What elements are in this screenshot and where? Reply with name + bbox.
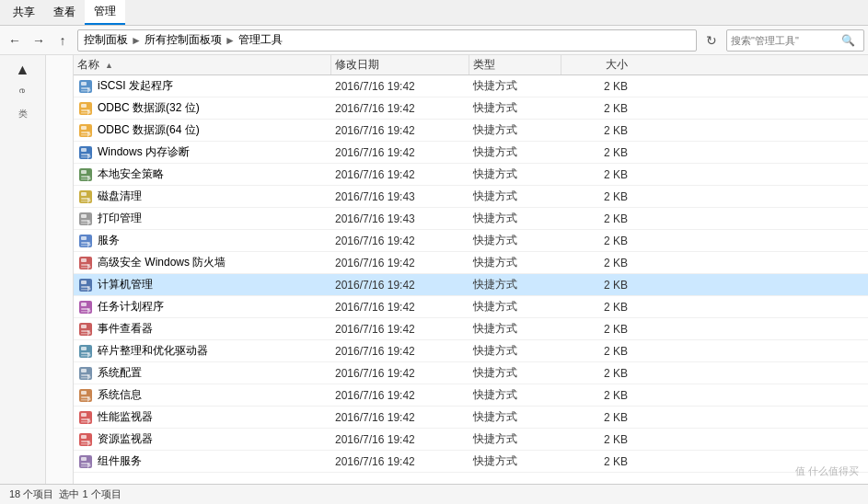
file-date-cell: 2016/7/16 19:42: [331, 279, 469, 292]
file-date-cell: 2016/7/16 19:42: [331, 168, 469, 181]
search-box[interactable]: 🔍: [726, 29, 864, 52]
table-row[interactable]: ODBC 数据源(32 位) 2016/7/16 19:42 快捷方式 2 KB: [74, 97, 868, 120]
table-row[interactable]: 本地安全策略 2016/7/16 19:42 快捷方式 2 KB: [74, 164, 868, 186]
table-row[interactable]: 计算机管理 2016/7/16 19:42 快捷方式 2 KB: [74, 274, 868, 296]
file-type-cell: 快捷方式: [469, 343, 561, 359]
file-date-cell: 2016/7/16 19:42: [331, 235, 469, 247]
file-name-label: 碎片整理和优化驱动器: [98, 343, 208, 359]
file-date-cell: 2016/7/16 19:42: [331, 455, 469, 468]
file-size-cell: 2 KB: [561, 190, 635, 203]
table-row[interactable]: ODBC 数据源(64 位) 2016/7/16 19:42 快捷方式 2 KB: [74, 120, 868, 142]
search-icon[interactable]: 🔍: [841, 34, 855, 47]
table-row[interactable]: 磁盘清理 2016/7/16 19:43 快捷方式 2 KB: [74, 186, 868, 208]
file-size-cell: 2 KB: [561, 235, 635, 247]
file-icon: [77, 100, 94, 117]
svg-rect-88: [81, 465, 87, 467]
file-icon: [77, 144, 94, 161]
table-row[interactable]: 高级安全 Windows 防火墙 2016/7/16 19:42 快捷方式 2 …: [74, 252, 868, 274]
file-date-cell: 2016/7/16 19:42: [331, 80, 469, 93]
table-row[interactable]: 性能监视器 2016/7/16 19:42 快捷方式 2 KB: [74, 407, 868, 429]
table-row[interactable]: 碎片整理和优化驱动器 2016/7/16 19:42 快捷方式 2 KB: [74, 340, 868, 362]
file-icon: [77, 299, 94, 315]
svg-rect-3: [81, 90, 87, 92]
file-type-cell: 快捷方式: [469, 431, 561, 447]
file-name-cell: 打印管理: [74, 211, 331, 227]
table-row[interactable]: 事件查看器 2016/7/16 19:42 快捷方式 2 KB: [74, 318, 868, 340]
file-list-header: 名称 ▲ 修改日期 类型 大小: [74, 55, 868, 75]
table-row[interactable]: iSCSI 发起程序 2016/7/16 19:42 快捷方式 2 KB: [74, 75, 868, 97]
table-row[interactable]: 服务 2016/7/16 19:42 快捷方式 2 KB: [74, 230, 868, 252]
file-name-cell: 磁盘清理: [74, 189, 331, 205]
file-name-cell: 事件查看器: [74, 321, 331, 338]
file-date-cell: 2016/7/16 19:42: [331, 367, 469, 380]
table-row[interactable]: 系统配置 2016/7/16 19:42 快捷方式 2 KB: [74, 362, 868, 384]
file-icon: [77, 189, 94, 205]
table-row[interactable]: Windows 内存诊断 2016/7/16 19:42 快捷方式 2 KB: [74, 142, 868, 164]
refresh-button[interactable]: ↻: [700, 29, 723, 52]
col-header-size[interactable]: 大小: [561, 55, 635, 74]
file-name-label: 服务: [98, 233, 120, 248]
breadcrumb[interactable]: 控制面板 ► 所有控制面板项 ► 管理工具: [77, 29, 697, 52]
file-type-cell: 快捷方式: [469, 122, 561, 138]
file-date-cell: 2016/7/16 19:42: [331, 146, 469, 159]
file-icon: [77, 166, 94, 183]
file-type-cell: 快捷方式: [469, 211, 561, 226]
svg-rect-11: [81, 126, 87, 130]
file-date-cell: 2016/7/16 19:42: [331, 257, 469, 269]
address-bar: ← → ↑ 控制面板 ► 所有控制面板项 ► 管理工具 ↻ 🔍: [0, 26, 868, 55]
table-row[interactable]: 打印管理 2016/7/16 19:43 快捷方式 2 KB: [74, 208, 868, 230]
file-date-cell: 2016/7/16 19:42: [331, 389, 469, 402]
tab-share[interactable]: 共享: [4, 0, 44, 25]
file-icon: [77, 122, 94, 139]
file-name-cell: 任务计划程序: [74, 299, 331, 315]
file-icon: [77, 453, 94, 470]
file-name-cell: 碎片整理和优化驱动器: [74, 343, 331, 360]
file-name-label: 任务计划程序: [98, 299, 164, 315]
sort-arrow-name: ▲: [105, 61, 113, 70]
file-size-cell: 2 KB: [561, 146, 635, 159]
tree-panel: [46, 55, 74, 484]
table-row[interactable]: 系统信息 2016/7/16 19:42 快捷方式 2 KB: [74, 384, 868, 407]
file-size-cell: 2 KB: [561, 411, 635, 424]
svg-rect-8: [81, 112, 87, 114]
table-row[interactable]: 资源监视器 2016/7/16 19:42 快捷方式 2 KB: [74, 429, 868, 451]
file-name-cell: Windows 内存诊断: [74, 144, 331, 161]
tab-view[interactable]: 查看: [44, 0, 85, 25]
table-row[interactable]: 组件服务 2016/7/16 19:42 快捷方式 2 KB: [74, 451, 868, 473]
svg-rect-81: [81, 435, 87, 439]
svg-rect-43: [81, 267, 87, 269]
svg-rect-58: [81, 333, 87, 335]
nav-icons: ← → ↑: [4, 29, 74, 52]
col-header-type[interactable]: 类型: [469, 55, 561, 74]
file-list-wrapper[interactable]: 名称 ▲ 修改日期 类型 大小 iSCSI 发起程序: [74, 55, 868, 484]
file-name-label: 打印管理: [98, 211, 142, 226]
file-type-cell: 快捷方式: [469, 144, 561, 160]
file-size-cell: 2 KB: [561, 102, 635, 115]
file-size-cell: 2 KB: [561, 455, 635, 468]
sidebar-nav-btn-1[interactable]: ▲: [9, 60, 37, 80]
file-name-cell: ODBC 数据源(64 位): [74, 122, 331, 139]
search-input[interactable]: [731, 35, 841, 46]
svg-rect-66: [81, 369, 87, 372]
col-header-name[interactable]: 名称 ▲: [74, 55, 331, 74]
file-type-cell: 快捷方式: [469, 409, 561, 425]
svg-rect-36: [81, 236, 87, 240]
forward-button[interactable]: →: [28, 29, 50, 52]
file-type-cell: 快捷方式: [469, 277, 561, 292]
file-date-cell: 2016/7/16 19:42: [331, 323, 469, 336]
table-row[interactable]: 任务计划程序 2016/7/16 19:42 快捷方式 2 KB: [74, 296, 868, 318]
col-header-date[interactable]: 修改日期: [331, 55, 469, 74]
file-name-label: 资源监视器: [98, 431, 153, 447]
file-size-cell: 2 KB: [561, 389, 635, 402]
svg-rect-26: [81, 192, 87, 196]
svg-rect-73: [81, 399, 87, 401]
breadcrumb-sep-1: ►: [131, 34, 142, 47]
back-button[interactable]: ←: [4, 29, 26, 52]
tab-manage[interactable]: 管理: [85, 0, 125, 25]
up-button[interactable]: ↑: [52, 29, 74, 52]
file-size-cell: 2 KB: [561, 257, 635, 269]
file-icon: [77, 365, 94, 382]
file-name-label: 性能监视器: [98, 409, 153, 425]
file-name-label: iSCSI 发起程序: [98, 78, 173, 94]
file-icon: [77, 211, 94, 227]
